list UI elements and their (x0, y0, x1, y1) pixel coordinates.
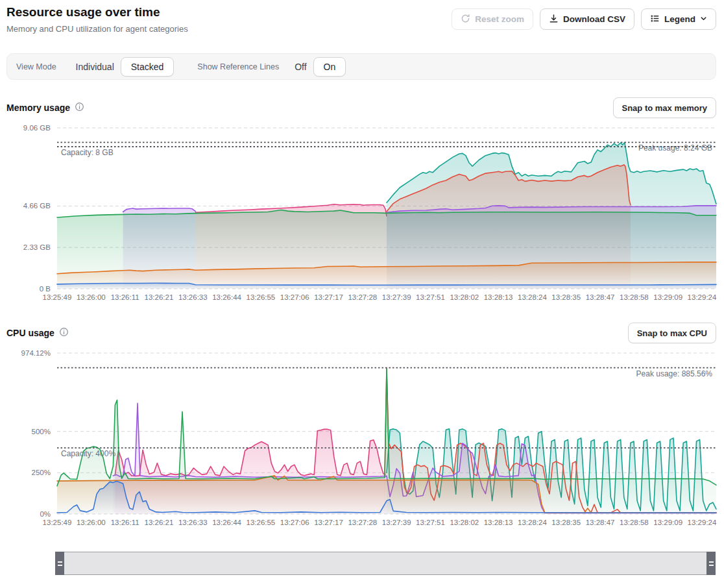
svg-text:Capacity: 400%: Capacity: 400% (61, 449, 115, 458)
legend-label: Legend (664, 14, 695, 24)
download-csv-button[interactable]: Download CSV (540, 8, 634, 30)
svg-text:13:29:24: 13:29:24 (688, 519, 717, 526)
svg-text:13:28:13: 13:28:13 (484, 293, 513, 301)
svg-text:13:29:09: 13:29:09 (653, 519, 682, 526)
brush-handle-right[interactable] (706, 552, 716, 575)
legend-button[interactable]: Legend (641, 8, 716, 30)
memory-section-title: Memory usage (6, 103, 70, 113)
list-icon (650, 14, 660, 25)
svg-text:13:25:49: 13:25:49 (43, 519, 72, 526)
svg-text:13:27:39: 13:27:39 (382, 293, 411, 301)
reference-lines-on[interactable]: On (313, 57, 346, 77)
svg-text:13:28:35: 13:28:35 (551, 293, 581, 301)
view-options-toolbar: View Mode Individual Stacked Show Refere… (6, 53, 716, 80)
reference-lines-label: Show Reference Lines (197, 62, 279, 71)
snap-to-max-memory-button[interactable]: Snap to max memory (613, 97, 717, 118)
svg-text:13:26:00: 13:26:00 (77, 519, 106, 526)
svg-text:4.66 GB: 4.66 GB (23, 202, 51, 210)
svg-text:13:26:11: 13:26:11 (111, 519, 139, 526)
view-mode-stacked[interactable]: Stacked (121, 57, 175, 77)
svg-text:13:28:13: 13:28:13 (484, 519, 513, 526)
memory-section-header: Memory usage Snap to max memory (6, 97, 716, 118)
svg-text:13:26:44: 13:26:44 (212, 519, 241, 526)
refresh-icon (461, 14, 470, 25)
svg-text:9.06 GB: 9.06 GB (23, 124, 51, 132)
time-range-brush[interactable] (55, 552, 716, 575)
download-csv-label: Download CSV (563, 14, 625, 24)
snap-to-max-cpu-button[interactable]: Snap to max CPU (628, 323, 716, 343)
svg-text:13:27:39: 13:27:39 (382, 519, 411, 526)
svg-text:13:28:58: 13:28:58 (620, 293, 649, 301)
svg-text:13:26:11: 13:26:11 (111, 293, 139, 301)
view-mode-individual[interactable]: Individual (69, 58, 121, 76)
svg-text:13:27:06: 13:27:06 (280, 293, 309, 301)
reset-zoom-label: Reset zoom (475, 14, 524, 24)
svg-text:500%: 500% (32, 428, 51, 435)
svg-text:13:28:47: 13:28:47 (586, 519, 615, 526)
svg-text:0 B: 0 B (40, 285, 51, 293)
cpu-section-header: CPU usage Snap to max CPU (6, 323, 716, 343)
info-icon[interactable] (75, 102, 84, 114)
chevron-down-icon (700, 14, 707, 24)
svg-text:Peak usage: 8.24 GB: Peak usage: 8.24 GB (638, 143, 712, 153)
svg-text:13:25:49: 13:25:49 (43, 293, 72, 301)
cpu-usage-chart[interactable]: 974.12%500%250%0%13:25:4913:26:0013:26:1… (0, 344, 724, 532)
svg-text:13:29:24: 13:29:24 (688, 293, 717, 301)
header-actions: Reset zoom Download CSV Legend (452, 8, 716, 30)
svg-text:13:26:21: 13:26:21 (145, 293, 174, 301)
svg-text:13:28:58: 13:28:58 (620, 519, 649, 526)
reference-lines-off[interactable]: Off (288, 58, 313, 76)
svg-text:13:27:51: 13:27:51 (416, 293, 445, 301)
svg-text:13:28:24: 13:28:24 (518, 519, 547, 526)
page-subtitle: Memory and CPU utilization for agent cat… (6, 24, 188, 34)
reset-zoom-button[interactable]: Reset zoom (452, 8, 533, 30)
svg-text:13:27:06: 13:27:06 (280, 519, 309, 526)
svg-text:13:28:02: 13:28:02 (450, 519, 479, 526)
svg-text:13:27:17: 13:27:17 (314, 519, 343, 526)
brush-handle-left[interactable] (55, 552, 64, 575)
page-title: Resource usage over time (6, 5, 160, 19)
svg-text:13:27:28: 13:27:28 (348, 519, 377, 526)
svg-text:13:26:55: 13:26:55 (247, 293, 276, 301)
svg-text:13:26:33: 13:26:33 (178, 293, 208, 301)
svg-text:13:26:44: 13:26:44 (212, 293, 241, 301)
memory-usage-chart[interactable]: 9.06 GB4.66 GB2.33 GB0 B13:25:4913:26:00… (0, 120, 724, 305)
svg-text:13:29:09: 13:29:09 (653, 293, 682, 301)
cpu-section-title: CPU usage (6, 328, 54, 338)
svg-text:2.33 GB: 2.33 GB (23, 243, 51, 251)
svg-text:13:27:51: 13:27:51 (416, 519, 445, 526)
svg-text:250%: 250% (32, 469, 51, 476)
svg-text:Peak usage: 885.56%: Peak usage: 885.56% (636, 369, 713, 378)
svg-text:13:27:28: 13:27:28 (348, 293, 377, 301)
svg-text:13:28:35: 13:28:35 (551, 519, 581, 526)
svg-text:0%: 0% (40, 510, 51, 518)
svg-text:974.12%: 974.12% (21, 349, 51, 357)
svg-text:Capacity: 8 GB: Capacity: 8 GB (61, 148, 114, 157)
svg-text:13:26:55: 13:26:55 (247, 519, 276, 526)
svg-text:13:28:24: 13:28:24 (518, 293, 547, 301)
info-icon[interactable] (59, 327, 69, 339)
svg-text:13:28:47: 13:28:47 (586, 293, 615, 301)
svg-text:13:28:02: 13:28:02 (450, 293, 479, 301)
svg-text:13:27:17: 13:27:17 (314, 293, 343, 301)
svg-text:13:26:21: 13:26:21 (145, 519, 174, 526)
svg-text:13:26:33: 13:26:33 (178, 519, 208, 526)
download-icon (549, 14, 559, 25)
view-mode-label: View Mode (16, 62, 56, 71)
svg-text:13:26:00: 13:26:00 (77, 293, 106, 301)
